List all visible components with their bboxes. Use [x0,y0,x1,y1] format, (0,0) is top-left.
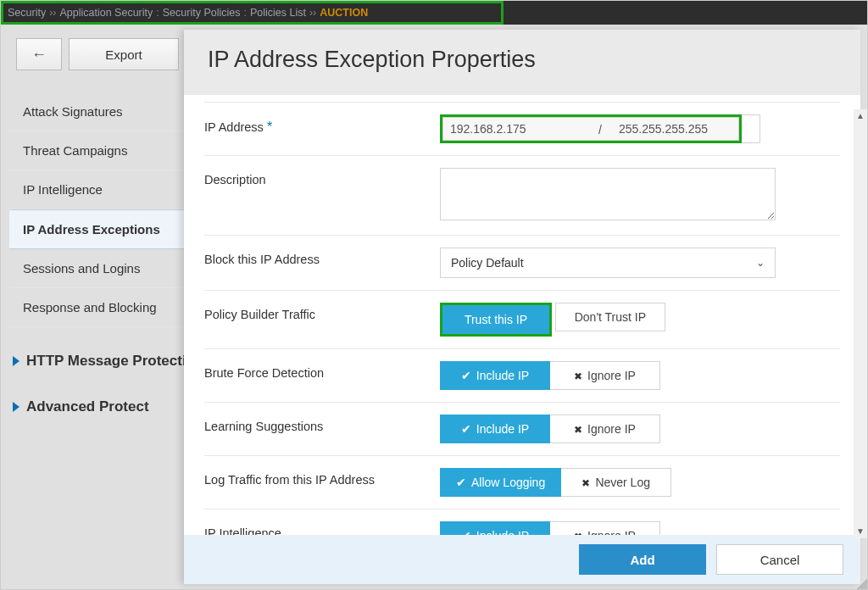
caret-right-icon [13,356,19,366]
x-icon [574,422,587,436]
label-bfd: Brute Force Detection [204,361,440,390]
pbt-highlight: Trust this IP [440,303,552,337]
dialog-scrollbar[interactable]: ▲ ▼ [854,109,867,538]
crumb-appsec[interactable]: Application Security [59,7,153,19]
sidebar-item-response-blocking[interactable]: Response and Blocking [9,288,213,327]
sidebar-item-label: Sessions and Logins [23,261,140,276]
check-icon [456,476,471,489]
x-icon [574,529,587,535]
required-asterisk-icon: * [267,120,272,134]
ipi-ignore-option[interactable]: Ignore IP [550,521,660,535]
dialog-footer: Add Cancel [184,535,860,584]
opt-label: Don't Trust IP [575,310,646,324]
resize-corner-icon[interactable] [857,579,867,589]
ls-ignore-option[interactable]: Ignore IP [550,415,660,443]
chevron-down-icon: ⌄ [756,257,765,269]
scroll-up-arrow-icon[interactable]: ▲ [854,109,867,123]
opt-label: Ignore IP [587,529,636,535]
sidebar-item-ip-address-exceptions[interactable]: IP Address Exceptions [9,209,213,249]
bfd-ignore-option[interactable]: Ignore IP [550,361,660,390]
label-description: Description [204,168,440,223]
opt-label: Never Log [595,476,650,489]
sidebar-item-ip-intelligence[interactable]: IP Intelligence [9,170,213,209]
sidebar-item-label: Threat Campaigns [23,143,127,158]
export-label: Export [105,47,142,62]
button-label: Add [630,553,654,567]
sidebar-item-label: Response and Blocking [23,300,157,314]
log-never-option[interactable]: Never Log [561,468,671,497]
ls-include-option[interactable]: Include IP [440,415,550,443]
export-button[interactable]: Export [69,38,179,70]
row-policy-builder-traffic: Policy Builder Traffic Trust this IP Don… [204,291,840,349]
bfd-include-option[interactable]: Include IP [440,361,550,390]
crumb-security[interactable]: Security [8,7,46,19]
opt-label: Ignore IP [587,369,636,382]
row-description: Description [204,156,840,236]
label-pbt: Policy Builder Traffic [204,303,440,337]
x-icon [581,476,595,489]
crumb-sep2: ›› [309,7,316,19]
opt-label: Include IP [476,369,529,382]
page-toolbar: ← Export [16,38,179,70]
pbt-dont-trust-option[interactable]: Don't Trust IP [555,303,665,331]
crumb-colon2: : [243,7,246,19]
scroll-down-arrow-icon[interactable]: ▼ [854,525,867,538]
log-allow-option[interactable]: Allow Logging [440,468,561,497]
add-button[interactable]: Add [579,544,706,575]
opt-label: Include IP [476,422,529,436]
row-block-ip: Block this IP Address Policy Default ⌄ [204,236,840,291]
label-ip-address: IP Address * [204,114,440,143]
description-textarea[interactable] [440,168,776,220]
sidebar-item-attack-signatures[interactable]: Attack Signatures [9,92,213,131]
ip-address-input[interactable] [442,117,588,141]
ip-mask-input[interactable] [612,117,739,141]
row-ip-intelligence: IP Intelligence Include IP Ignore IP [204,509,840,535]
dialog-title: IP Address Exception Properties [184,30,860,95]
sidebar-section-advanced-protect[interactable]: Advanced Protect [9,395,213,419]
row-brute-force: Brute Force Detection Include IP Ignore … [204,349,840,403]
sidebar-item-threat-campaigns[interactable]: Threat Campaigns [9,131,213,170]
sidebar: Attack Signatures Threat Campaigns IP In… [9,92,213,419]
row-learning-suggestions: Learning Suggestions Include IP Ignore I… [204,403,840,456]
row-ip-address: IP Address * / [204,102,840,156]
breadcrumb-bar: Security ›› Application Security : Secur… [1,1,867,25]
crumb-colon: : [156,7,159,19]
dialog-ip-exception: IP Address Exception Properties IP Addre… [184,30,860,584]
ip-input-group: / [440,114,742,143]
opt-label: Trust this IP [465,313,527,326]
sidebar-item-label: Attack Signatures [23,104,123,119]
block-ip-select[interactable]: Policy Default ⌄ [440,248,776,278]
opt-label: Ignore IP [587,422,636,436]
opt-label: Allow Logging [471,476,545,489]
caret-right-icon [13,402,19,412]
check-icon [461,369,476,382]
back-arrow-icon: ← [31,46,47,64]
select-value: Policy Default [451,256,524,270]
label-ipi: IP Intelligence [204,521,440,535]
back-button[interactable]: ← [16,38,62,70]
sidebar-section-label: Advanced Protect [26,398,149,415]
dialog-body: IP Address * / Description Block this IP… [184,95,860,535]
row-log-traffic: Log Traffic from this IP Address Allow L… [204,456,840,509]
check-icon [461,422,476,436]
label-text: IP Address [204,120,264,134]
label-log: Log Traffic from this IP Address [204,468,440,497]
check-icon [461,529,476,535]
sidebar-item-label: IP Address Exceptions [23,222,160,237]
opt-label: Include IP [476,529,529,535]
ip-mask-extra [742,114,760,143]
pbt-trust-option[interactable]: Trust this IP [442,305,549,334]
sidebar-item-sessions-logins[interactable]: Sessions and Logins [9,249,213,288]
crumb-pollist[interactable]: Policies List [250,7,306,19]
crumb-secpol[interactable]: Security Policies [163,7,241,19]
crumb-sep: ›› [49,7,56,19]
crumb-policy[interactable]: AUCTION [320,7,368,19]
cancel-button[interactable]: Cancel [716,544,843,575]
label-block-ip: Block this IP Address [204,248,440,278]
button-label: Cancel [760,553,800,567]
x-icon [574,369,587,382]
ipi-include-option[interactable]: Include IP [440,521,550,535]
sidebar-item-label: IP Intelligence [23,182,103,197]
sidebar-section-label: HTTP Message Protection [26,353,203,370]
sidebar-section-http-message[interactable]: HTTP Message Protection [9,349,213,373]
